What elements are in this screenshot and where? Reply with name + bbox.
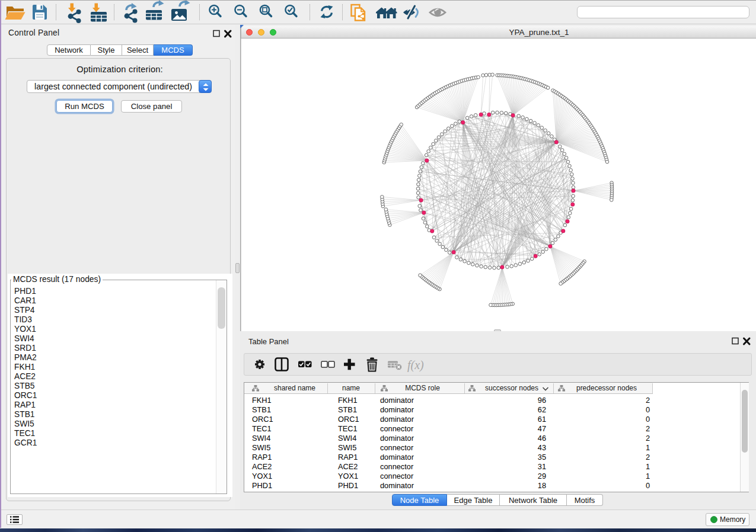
svg-text:Memory: Memory <box>720 515 745 524</box>
svg-text:f(x): f(x) <box>407 358 424 372</box>
